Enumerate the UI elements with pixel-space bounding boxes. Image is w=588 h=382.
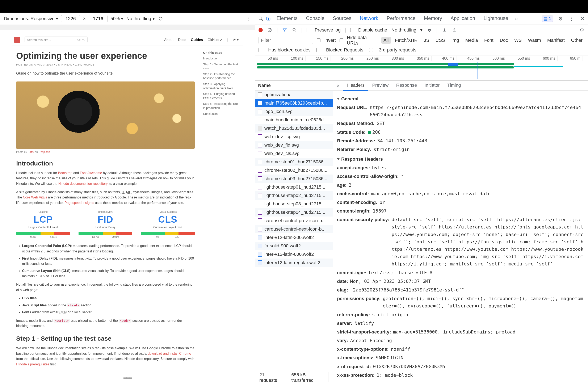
hide-data-urls-checkbox[interactable] [339,39,343,42]
request-row[interactable]: carousel-control-next-icon-b... [255,225,333,233]
nav-guides[interactable]: Guides [191,38,203,42]
viewport-resize-handle[interactable]: ═══ [124,375,131,381]
blocked-requests-checkbox[interactable] [316,48,320,52]
nav-github[interactable]: GitHub ↗ [208,38,223,42]
filter-type-img[interactable]: Img [449,37,461,44]
link-font-awesome[interactable]: Font Awesome [80,171,102,175]
request-row[interactable]: logo_icon.svg [255,107,333,116]
link-docs-repo[interactable]: Hinode documentation repository [58,182,108,185]
request-row[interactable]: web_dev_lcp.svg [255,132,333,141]
issues-badge[interactable]: ▤1 [542,16,553,22]
blocked-cookies-checkbox[interactable] [258,48,262,52]
device-toggle-icon[interactable] [265,15,272,22]
export-har-icon[interactable] [452,27,457,33]
caption-author-link[interactable]: Saffu [28,150,34,153]
nav-docs[interactable]: Docs [178,38,186,42]
devtools-tab-application[interactable]: Application [446,13,479,24]
filter-type-doc[interactable]: Doc [498,37,510,44]
devtools-tab-performance[interactable]: Performance [382,13,420,24]
filter-toggle-icon[interactable] [282,27,288,33]
devtools-menu-icon[interactable]: ⋮ [568,15,575,22]
request-row[interactable]: lighthouse-step02_hud2715... [255,191,333,200]
filter-type-css[interactable]: CSS [433,37,447,44]
filter-type-manifest[interactable]: Manifest [545,37,567,44]
filter-type-js[interactable]: JS [422,37,431,44]
device-throttling-select[interactable]: No throttling ▾ [126,16,155,21]
response-headers-section-title[interactable]: Response Headers [337,156,584,162]
request-row[interactable]: inter-v12-latin-300.woff2 [255,233,333,242]
caption-site-link[interactable]: Unsplash [39,150,50,153]
more-tabs-icon[interactable]: » [513,15,520,22]
link-core-web-vitals[interactable]: Core Web Vitals [23,195,47,199]
detail-tab-headers[interactable]: Headers [343,81,368,91]
filter-type-media[interactable]: Media [463,37,480,44]
theme-toggle-icon[interactable]: ☀ ▾ [233,38,239,42]
request-row[interactable]: fa-solid-900.woff2 [255,242,333,250]
devtools-tab-sources[interactable]: Sources [329,13,356,24]
nav-about[interactable]: About [164,38,173,42]
zoom-select[interactable]: 50% ▾ [110,16,123,21]
request-row[interactable]: main.f765ae08b8293ceeb4b... [255,99,333,107]
close-detail-icon[interactable]: × [335,83,342,89]
network-settings-icon[interactable]: ⚙ [579,27,585,33]
network-overview-chart[interactable]: 50 ms100 ms150 ms200 ms250 ms300 ms350 m… [255,55,588,81]
filter-type-fetchxhr[interactable]: Fetch/XHR [393,37,420,44]
close-devtools-icon[interactable]: ✕ [579,15,586,22]
filter-type-other[interactable]: Other [569,37,585,44]
filter-input[interactable] [258,37,313,44]
detail-tab-initiator[interactable]: Initiator [421,81,443,91]
link-download-chrome[interactable]: download and install Chrome [148,352,191,355]
import-har-icon[interactable] [442,27,447,33]
viewport-width-input[interactable] [61,15,80,22]
request-row[interactable]: lighthouse-step03_hud2715... [255,200,333,208]
settings-icon[interactable]: ⚙ [557,15,564,22]
inspect-element-icon[interactable] [257,15,264,22]
preview-iframe[interactable]: Search this site... Ctrl + / About Docs … [12,34,243,378]
request-row[interactable]: chrome-step03_hud2715086... [255,174,333,183]
disable-cache-checkbox[interactable] [350,28,354,32]
network-conditions-icon[interactable] [427,27,432,33]
request-row[interactable]: lighthouse-step01_hud2715... [255,183,333,191]
clear-button-icon[interactable] [267,27,272,33]
devtools-tab-network[interactable]: Network [356,13,382,24]
request-row[interactable]: inter-v12-latin-regular.woff2 [255,258,333,267]
devtools-tab-elements[interactable]: Elements [272,13,302,24]
search-icon[interactable] [292,27,297,33]
request-row[interactable]: chrome-step01_hud2715086... [255,158,333,166]
toc-link[interactable]: Conclusion [203,112,239,116]
toc-link[interactable]: Step 3 - Applying optimization quick fix… [203,82,239,90]
record-button[interactable] [258,28,263,32]
devtools-tab-lighthouse[interactable]: Lighthouse [480,13,512,24]
general-section-title[interactable]: General [337,96,584,102]
request-row[interactable]: chrome-step02_hud2715086... [255,166,333,174]
devtools-tab-memory[interactable]: Memory [420,13,446,24]
site-logo[interactable] [14,37,20,43]
filter-type-all[interactable]: All [381,37,391,44]
toc-link[interactable]: Step 1 - Setting up the test case [203,62,239,71]
toc-link[interactable]: Introduction [203,57,239,61]
link-bootstrap[interactable]: Bootstrap [58,171,72,175]
request-row[interactable]: web_dev_cls.svg [255,149,333,158]
request-row[interactable]: main.bundle.min.min.e0626d... [255,116,333,124]
link-prerequisites[interactable]: Hinode's prerequisites [16,362,49,366]
invert-checkbox[interactable] [317,39,320,42]
request-row[interactable]: carousel-control-prev-icon-b... [255,216,333,225]
request-row[interactable]: optimization/ [255,90,333,99]
third-party-checkbox[interactable] [369,48,373,52]
request-row[interactable]: watch_hu25d333fcded103d... [255,124,333,132]
filter-type-ws[interactable]: WS [512,37,524,44]
rotate-icon[interactable] [158,16,164,22]
request-row[interactable]: lighthouse-step04_hud2715... [255,208,333,216]
devtools-tab-console[interactable]: Console [302,13,329,24]
request-list-header-name[interactable]: Name [255,81,333,90]
toc-link[interactable]: Step 4 - Purging unused CSS elements [203,92,239,100]
detail-tab-response[interactable]: Response [392,81,421,91]
toc-link[interactable]: Step 2 - Establishing the baseline perfo… [203,72,239,81]
detail-tab-preview[interactable]: Preview [368,81,392,91]
detail-tab-timing[interactable]: Timing [443,81,465,91]
search-input[interactable]: Search this site... Ctrl + / [24,37,87,43]
device-toolbar-menu-icon[interactable]: ⋮ [245,16,251,22]
viewport-height-input[interactable] [89,15,107,22]
network-throttling-select[interactable]: No throttling ▾ [391,27,422,33]
dimensions-preset-select[interactable]: Dimensions: Responsive ▾ [4,16,58,21]
